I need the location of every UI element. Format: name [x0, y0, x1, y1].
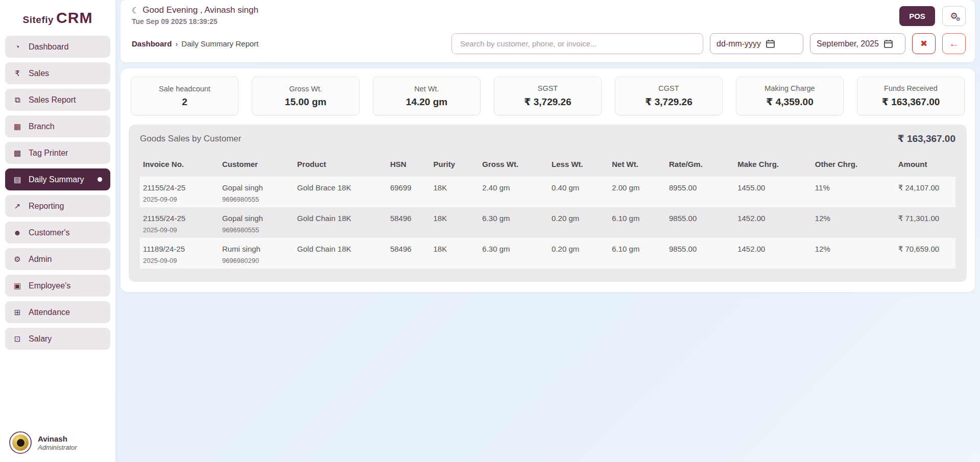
banknote-icon: ⊡: [13, 334, 22, 344]
current-datetime: Tue Sep 09 2025 18:39:25: [132, 17, 258, 26]
sidebar-item-attendance[interactable]: ⊞ Attendance: [5, 301, 110, 323]
greeting-text: Good Evening , Avinash singh: [142, 5, 258, 15]
sidebar-item-label: Employee's: [29, 281, 70, 290]
sidebar-item-label: Sales: [29, 69, 49, 78]
search-input[interactable]: [451, 33, 703, 54]
rupee-icon: ₹: [13, 69, 22, 78]
less-wt: 0.20 gm: [548, 207, 609, 238]
moon-icon: ☾: [132, 6, 139, 15]
table-title: Goods Sales by Customer: [140, 134, 241, 144]
col-amount: Amount: [895, 155, 955, 177]
col-invoice-no: Invoice No.: [140, 155, 219, 177]
sidebar-item-sales[interactable]: ₹ Sales: [5, 62, 110, 84]
sidebar-item-label: Daily Summary: [29, 175, 84, 184]
sidebar-item-tag-printer[interactable]: ▩ Tag Printer: [5, 142, 110, 164]
settings-button[interactable]: ⚙ ⚙: [942, 6, 966, 26]
rate-gm: 9855.00: [666, 207, 734, 238]
card-making-charge: Making Charge ₹ 4,359.00: [736, 77, 844, 115]
user-name: Avinash: [38, 434, 77, 444]
breadcrumb: Dashboard › Daily Summary Report: [132, 39, 258, 48]
less-wt: 0.20 gm: [548, 238, 609, 269]
amount: ₹ 24,107.00: [895, 177, 955, 207]
table-row: 21155/24-252025-09-09 Gopal singh9696980…: [140, 177, 955, 207]
invoice-no: 21155/24-25: [143, 183, 185, 192]
sidebar: SitefiyCRM ◔ Dashboard ₹ Sales ⧉ Sales R…: [0, 0, 115, 462]
sidebar-item-customers[interactable]: ☻ Customer's: [5, 222, 110, 244]
sidebar-menu: ◔ Dashboard ₹ Sales ⧉ Sales Report ▦ Bra…: [0, 34, 115, 350]
rate-gm: 8955.00: [666, 177, 734, 207]
report-panel: Sale headcount 2 Gross Wt. 15.00 gm Net …: [121, 68, 975, 292]
hsn: 69699: [387, 177, 431, 207]
other-chrg: 11%: [812, 177, 895, 207]
card-label: Net Wt.: [414, 85, 439, 93]
col-net-wt: Net Wt.: [609, 155, 666, 177]
gross-wt: 6.30 gm: [479, 207, 548, 238]
rate-gm: 9855.00: [666, 238, 734, 269]
make-chrg: 1452.00: [734, 238, 812, 269]
sidebar-item-label: Sales Report: [29, 95, 76, 105]
sidebar-item-dashboard[interactable]: ◔ Dashboard: [5, 36, 110, 58]
table-row: 11189/24-252025-09-09 Rumi singh96969802…: [140, 238, 955, 269]
card-sgst: SGST ₹ 3,729.26: [494, 77, 602, 115]
sidebar-item-label: Customer's: [29, 228, 69, 237]
amount: ₹ 71,301.00: [895, 207, 955, 238]
pos-button[interactable]: POS: [899, 6, 935, 26]
sidebar-item-employees[interactable]: ▣ Employee's: [5, 275, 110, 297]
card-value: ₹ 3,729.26: [645, 96, 692, 108]
sidebar-item-admin[interactable]: ⚙ Admin: [5, 248, 110, 270]
sidebar-item-label: Salary: [29, 334, 52, 344]
col-product: Product: [294, 155, 387, 177]
sidebar-item-daily-summary[interactable]: ▤ Daily Summary: [5, 168, 110, 190]
gross-wt: 2.40 gm: [479, 177, 548, 207]
gear-small-icon: ⚙: [956, 16, 961, 22]
sidebar-item-salary[interactable]: ⊡ Salary: [5, 328, 110, 350]
qr-code-icon: ▩: [13, 149, 22, 158]
goods-sales-card: Goods Sales by Customer ₹ 163,367.00 Inv…: [129, 125, 967, 282]
users-icon: ☻: [13, 228, 22, 237]
breadcrumb-root[interactable]: Dashboard: [132, 39, 172, 48]
sidebar-item-label: Tag Printer: [29, 149, 68, 158]
briefcase-icon: ▣: [13, 281, 22, 290]
back-button[interactable]: ←: [942, 33, 966, 54]
product: Gold Brace 18K: [294, 177, 387, 207]
other-chrg: 12%: [812, 207, 895, 238]
breadcrumb-current: Daily Summary Report: [181, 39, 258, 48]
brand-name: CRM: [56, 9, 92, 26]
month-value: September, 2025: [817, 39, 879, 48]
summary-cards: Sale headcount 2 Gross Wt. 15.00 gm Net …: [129, 77, 967, 115]
invoice-date: 2025-09-09: [143, 196, 216, 203]
hsn: 58496: [387, 207, 431, 238]
net-wt: 6.10 gm: [609, 238, 666, 269]
invoice-no: 21155/24-25: [143, 214, 185, 223]
purity: 18K: [431, 238, 480, 269]
close-icon: ✖: [920, 38, 927, 49]
back-arrow-icon: ←: [949, 38, 959, 50]
card-value: 15.00 gm: [285, 96, 326, 108]
sidebar-item-label: Attendance: [29, 308, 70, 317]
make-chrg: 1455.00: [734, 177, 812, 207]
sidebar-item-reporting[interactable]: ↗ Reporting: [5, 195, 110, 217]
card-label: CGST: [658, 84, 679, 92]
clear-filters-button[interactable]: ✖: [912, 33, 936, 54]
gross-wt: 6.30 gm: [479, 238, 548, 269]
calendar-icon: [884, 39, 893, 48]
calendar-icon: [766, 39, 775, 48]
sidebar-item-branch[interactable]: ▦ Branch: [5, 115, 110, 137]
other-chrg: 12%: [812, 238, 895, 269]
invoice-date: 2025-09-09: [143, 257, 216, 264]
make-chrg: 1452.00: [734, 207, 812, 238]
customer-phone: 9696980555: [222, 196, 291, 203]
date-picker[interactable]: dd-mm-yyyy: [710, 33, 803, 54]
net-wt: 6.10 gm: [609, 207, 666, 238]
col-rate-gm: Rate/Gm.: [666, 155, 734, 177]
month-picker[interactable]: September, 2025: [810, 33, 905, 54]
net-wt: 2.00 gm: [609, 177, 666, 207]
sidebar-item-sales-report[interactable]: ⧉ Sales Report: [5, 89, 110, 111]
dashboard-icon: ◔: [13, 42, 22, 51]
user-profile[interactable]: Avinash Administrator: [9, 431, 77, 454]
col-customer: Customer: [219, 155, 294, 177]
product: Gold Chain 18K: [294, 238, 387, 269]
col-purity: Purity: [431, 155, 480, 177]
card-value: ₹ 163,367.00: [882, 96, 940, 108]
card-funds-received: Funds Received ₹ 163,367.00: [857, 77, 965, 115]
